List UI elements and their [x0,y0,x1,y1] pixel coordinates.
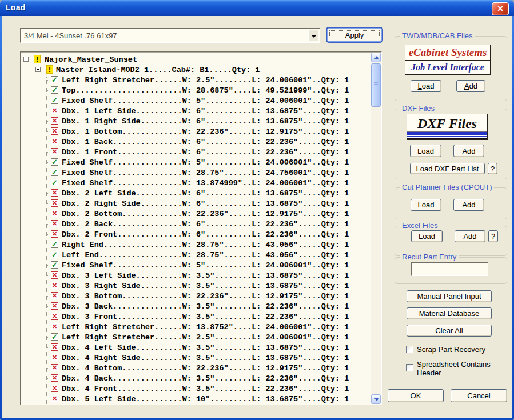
part-label[interactable]: Fixed Shelf...............W: 5".........… [62,158,349,167]
tree-cabinet-row[interactable]: ! Master_Island-MOD2 1.....Cab#: B1.....… [21,65,370,75]
x-icon[interactable]: ✕ [51,107,58,114]
part-row[interactable]: ✕ Dbx. 2 Bottom.............W: 22.236"..… [21,209,370,219]
part-label[interactable]: Dbx. 4 Bottom.............W: 22.236"....… [62,364,349,373]
scrap-part-recovery-checkbox[interactable] [406,346,413,353]
x-icon[interactable]: ✕ [51,282,58,289]
x-icon[interactable]: ✕ [51,210,58,217]
part-label[interactable]: Fixed Shelf...............W: 5".........… [62,261,349,270]
part-row[interactable]: ✓ Fixed Shelf...............W: 5".......… [21,260,370,270]
excel-add-button[interactable]: Add [455,230,485,242]
check-icon[interactable]: ✓ [51,76,58,83]
x-icon[interactable]: ✕ [51,220,58,227]
part-label[interactable]: Dbx. 4 Left Side..........W: 3.5".......… [62,343,349,352]
part-label[interactable]: Dbx. 2 Back...............W: 6".........… [62,220,349,229]
part-label[interactable]: Top.......................W: 28.6875"...… [62,86,349,95]
part-row[interactable]: ✕ Dbx. 1 Back...............W: 6".......… [21,137,370,147]
check-icon[interactable]: ✓ [51,179,58,186]
part-row[interactable]: ✕ Dbx. 1 Right Side.........W: 6".......… [21,116,370,126]
part-row[interactable]: ✕ Dbx. 2 Back...............W: 6".......… [21,219,370,229]
part-row[interactable]: ✕ Dbx. 2 Front..............W: 6".......… [21,229,370,239]
part-row[interactable]: ✕ Dbx. 1 Front..............W: 6".......… [21,147,370,157]
check-icon[interactable]: ✓ [51,261,58,269]
cabinet-name-label[interactable]: Master_Island-MOD2 1.....Cab#: B1.....Qt… [56,66,260,74]
x-icon[interactable]: ✕ [51,385,58,392]
part-label[interactable]: Left End..................W: 28.75".....… [62,251,349,259]
cpout-add-button[interactable]: Add [453,199,484,211]
clear-all-button[interactable]: Clear All [407,325,492,337]
part-row[interactable]: ✕ Dbx. 2 Left Side..........W: 6".......… [21,188,370,198]
part-row[interactable]: ✓ Left End..................W: 28.75"...… [21,250,370,260]
part-row[interactable]: ✕ Dbx. 3 Left Side..........W: 3.5".....… [21,270,370,281]
check-icon[interactable]: ✓ [51,169,58,176]
part-label[interactable]: Dbx. 3 Right Side.........W: 3.5".......… [62,282,349,290]
part-row[interactable]: ✓ Left Right Stretcher......W: 2.5".....… [21,75,370,85]
check-icon[interactable]: ✓ [51,333,58,341]
part-label[interactable]: Dbx. 1 Right Side.........W: 6".........… [62,117,349,126]
cancel-button[interactable]: Cancel [451,389,507,402]
part-label[interactable]: Dbx. 5 Left Side..........W: 10"........… [62,395,349,403]
part-label[interactable]: Dbx. 2 Front..............W: 6".........… [62,230,349,239]
part-row[interactable]: ✓ Fixed Shelf...............W: 5".......… [21,95,370,106]
x-icon[interactable]: ✕ [51,138,58,145]
part-row[interactable]: ✕ Dbx. 1 Bottom.............W: 22.236"..… [21,126,370,137]
part-label[interactable]: Dbx. 2 Left Side..........W: 6".........… [62,189,349,198]
part-label[interactable]: Dbx. 1 Back...............W: 6".........… [62,138,349,146]
apply-button[interactable]: Apply [327,28,382,42]
part-label[interactable]: Dbx. 4 Right Side.........W: 3.5".......… [62,354,349,362]
part-row[interactable]: ✕ Dbx. 4 Right Side.........W: 3.5".....… [21,353,370,363]
combobox-dropdown-arrow-icon[interactable] [308,30,318,41]
part-row[interactable]: ✓ Fixed Shelf...............W: 13.874999… [21,178,370,188]
x-icon[interactable]: ✕ [51,364,58,371]
excel-load-button[interactable]: Load [411,230,443,242]
part-label[interactable]: Dbx. 4 Back...............W: 3.5".......… [62,374,349,383]
scroll-down-icon[interactable] [371,394,381,404]
part-row[interactable]: ✕ Dbx. 3 Bottom.............W: 22.236"..… [21,291,370,301]
x-icon[interactable]: ✕ [51,271,58,279]
x-icon[interactable]: ✕ [51,127,58,135]
part-row[interactable]: ✓ Top.......................W: 28.6875".… [21,85,370,95]
part-label[interactable]: Dbx. 2 Right Side.........W: 6".........… [62,199,349,208]
part-row[interactable]: ✓ Fixed Shelf...............W: 28.75"...… [21,167,370,178]
cpout-load-button[interactable]: Load [411,199,441,211]
part-row[interactable]: ✕ Dbx. 3 Back...............W: 3.5".....… [21,301,370,311]
dxf-load-button[interactable]: Load [410,145,441,157]
part-row[interactable]: ✓ Left Right Stretcher......W: 2.5".....… [21,332,370,342]
part-label[interactable]: Left Right Stretcher......W: 2.5".......… [62,76,349,85]
x-icon[interactable]: ✕ [51,302,58,310]
x-icon[interactable]: ✕ [51,354,58,361]
part-label[interactable]: Dbx. 1 Left Side..........W: 6".........… [62,107,349,115]
part-label[interactable]: Fixed Shelf...............W: 28.75".....… [62,169,349,177]
check-icon[interactable]: ✓ [51,97,58,104]
x-icon[interactable]: ✕ [51,230,58,238]
part-row[interactable]: ✕ Dbx. 3 Right Side.........W: 3.5".....… [21,281,370,291]
x-icon[interactable]: ✕ [51,343,58,351]
part-row[interactable]: ✓ Right End.................W: 28.75"...… [21,239,370,250]
part-label[interactable]: Left Right Stretcher......W: 2.5".......… [62,333,349,342]
part-label[interactable]: Dbx. 4 Front..............W: 3.5".......… [62,385,349,393]
x-icon[interactable]: ✕ [51,395,58,402]
spreadsheet-contains-header-checkbox[interactable] [406,364,413,371]
part-label[interactable]: Dbx. 1 Bottom.............W: 22.236"....… [62,127,349,136]
part-row[interactable]: ✕ Dbx. 4 Back...............W: 3.5".....… [21,373,370,383]
part-row[interactable]: ✕ Dbx. 4 Front..............W: 3.5".....… [21,383,370,394]
part-row[interactable]: ✓ Fixed Shelf...............W: 5".......… [21,157,370,167]
dxf-help-button[interactable]: ? [488,163,497,174]
part-row[interactable]: ✕ Dbx. 1 Left Side..........W: 6".......… [21,106,370,116]
part-label[interactable]: Dbx. 3 Bottom.............W: 22.236"....… [62,292,349,301]
tree-root-row[interactable]: ! Najork_Master_Sunset [21,54,370,65]
x-icon[interactable]: ✕ [51,199,58,207]
part-row[interactable]: ✕ Dbx. 5 Left Side..........W: 10"......… [21,394,370,404]
part-label[interactable]: Left Right Stretcher......W: 13.8752"...… [62,323,349,331]
x-icon[interactable]: ✕ [51,323,58,330]
x-icon[interactable]: ✕ [51,292,58,299]
part-row[interactable]: ✕ Dbx. 4 Bottom.............W: 22.236"..… [21,363,370,373]
dxf-add-button[interactable]: Add [453,145,484,157]
collapse-expander-icon[interactable] [23,57,29,62]
job-name-label[interactable]: Najork_Master_Sunset [45,55,137,64]
scroll-up-icon[interactable] [371,53,381,62]
close-button[interactable]: ✕ [492,2,509,15]
excel-help-button[interactable]: ? [488,230,498,242]
manual-panel-input-button[interactable]: Manual Panel Input [407,290,492,302]
x-icon[interactable]: ✕ [51,189,58,197]
x-icon[interactable]: ✕ [51,374,58,382]
